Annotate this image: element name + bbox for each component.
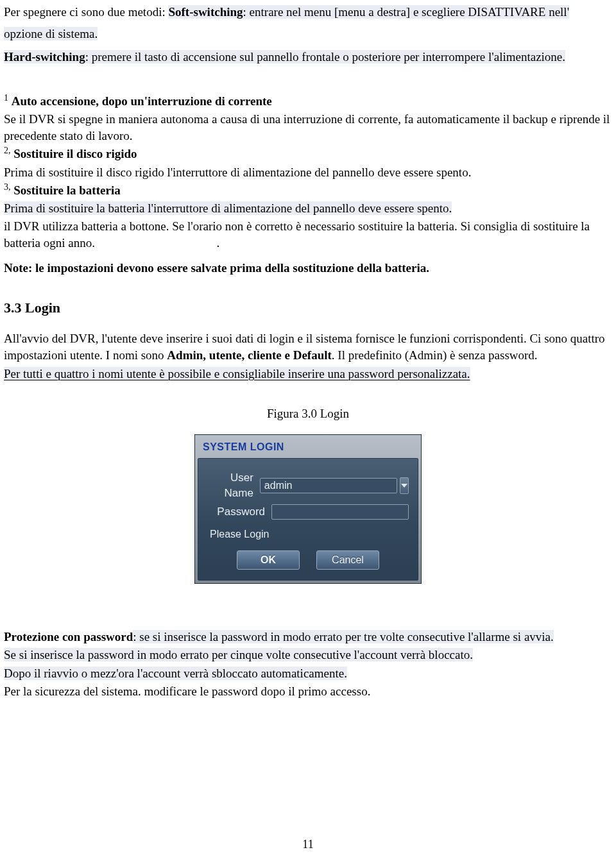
item-3-title: Sostituire la batteria [13, 183, 120, 197]
password-row: Password [207, 504, 409, 520]
item-3-body-a-text: Prima di sostituire la batteria l'interr… [4, 201, 452, 215]
shutdown-paragraph-2: Hard-switching: premere il tasto di acce… [4, 49, 612, 65]
password-input[interactable] [271, 504, 409, 520]
item-1-body: Se il DVR si spegne in maniera autonoma … [4, 111, 612, 144]
item-2-heading: 2, Sostituire il disco rigido [4, 146, 612, 162]
item-1-title: Auto accensione, dopo un'interruzione di… [12, 94, 272, 108]
protection-line-3: Dopo il riavvio o mezz'ora l'account ver… [4, 665, 612, 682]
soft-switching-label: Soft-switching [168, 5, 243, 19]
item-3: 3, Sostituire la batteria Prima di sosti… [4, 182, 612, 252]
protection-sentence-3: Dopo il riavvio o mezz'ora l'account ver… [4, 667, 347, 680]
note-line: Note: le impostazioni devono essere salv… [4, 260, 612, 276]
protection-line-1: Protezione con password: se si inserisce… [4, 629, 612, 645]
document-page: Per spegnere ci sono due metodi: Soft-sw… [0, 0, 616, 859]
soft-switching-text-2: opzione di sistema. [4, 27, 98, 40]
please-login-text: Please Login [207, 523, 409, 548]
protection-label: Protezione con password [4, 630, 133, 643]
item-2-title: Sostituire il disco rigido [13, 147, 137, 160]
login-dialog-title: SYSTEM LOGIN [198, 438, 418, 458]
login-desc-names: Admin, utente, cliente e Default [167, 348, 331, 362]
shutdown-paragraph-1b: opzione di sistema. [4, 26, 612, 42]
shutdown-intro: Per spegnere ci sono due metodi: [4, 5, 168, 19]
password-protection-block: Protezione con password: se si inserisce… [4, 629, 612, 700]
item-3-heading: 3, Sostituire la batteria [4, 182, 612, 199]
username-row: User Name [207, 470, 409, 500]
item-3-dot: . [216, 236, 219, 250]
login-description-1: All'avvio del DVR, l'utente deve inserir… [4, 330, 612, 364]
cancel-button[interactable]: Cancel [316, 550, 379, 570]
soft-switching-text-1: : entrare nel menu [menu a destra] e sce… [243, 5, 570, 19]
login-description-2: Per tutti e quattro i nomi utente è poss… [4, 366, 612, 382]
login-button-row: OK Cancel [207, 550, 409, 570]
item-3-body-a: Prima di sostituire la batteria l'interr… [4, 200, 612, 217]
protection-sentence-2: Se si inserisce la password in modo erra… [4, 648, 473, 661]
item-2: 2, Sostituire il disco rigido Prima di s… [4, 146, 612, 180]
item-1-heading: 1 Auto accensione, dopo un'interruzione … [4, 93, 612, 110]
hard-switching-label: Hard-switching [4, 50, 85, 64]
login-desc-text-3: Per tutti e quattro i nomi utente è poss… [4, 367, 470, 380]
item-2-number: 2, [4, 146, 11, 155]
item-2-body: Prima di sostituire il disco rigido l'in… [4, 164, 612, 181]
item-3-body-b: il DVR utilizza batteria a bottone. Se l… [4, 218, 612, 251]
shutdown-paragraph-1: Per spegnere ci sono due metodi: Soft-sw… [4, 4, 612, 21]
figure-caption: Figura 3.0 Login [4, 405, 612, 422]
login-dialog-wrapper: SYSTEM LOGIN User Name Password Please L… [4, 434, 612, 584]
page-number: 11 [0, 837, 616, 853]
chevron-down-icon [401, 484, 407, 488]
password-label: Password [207, 504, 271, 519]
item-1-number: 1 [4, 92, 8, 102]
item-3-body-b-text: il DVR utilizza batteria a bottone. Se l… [4, 219, 590, 250]
item-1: 1 Auto accensione, dopo un'interruzione … [4, 93, 612, 145]
section-3-3-title: 3.3 Login [4, 298, 612, 318]
username-dropdown-button[interactable] [400, 477, 409, 494]
protection-line-4: Per la sicurezza del sistema. modificare… [4, 683, 612, 700]
protection-line-2: Se si inserisce la password in modo erra… [4, 647, 612, 663]
login-dialog-body: User Name Password Please Login OK Can [198, 458, 418, 581]
item-3-number: 3, [4, 182, 11, 191]
ok-button[interactable]: OK [237, 550, 300, 570]
username-label: User Name [207, 470, 260, 500]
login-dialog: SYSTEM LOGIN User Name Password Please L… [194, 434, 422, 584]
username-input[interactable] [260, 478, 397, 493]
login-desc-text-2: . Il predefinito (Admin) è senza passwor… [332, 348, 538, 362]
hard-switching-text: : premere il tasto di accensione sul pan… [85, 50, 565, 64]
protection-sentence-1: : se si inserisce la password in modo er… [133, 630, 554, 643]
